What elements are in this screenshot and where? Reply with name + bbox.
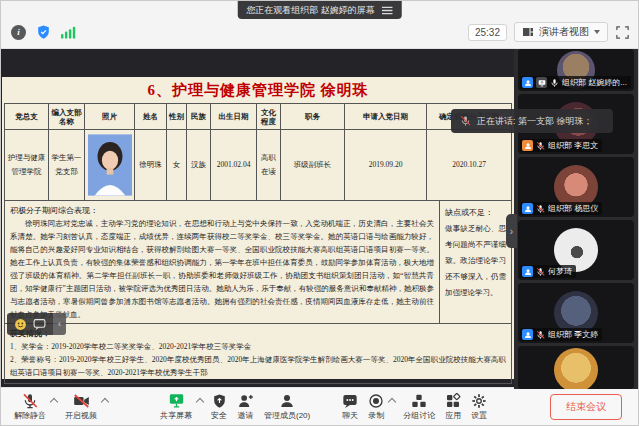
- meeting-info-icon[interactable]: i: [11, 25, 26, 40]
- fullscreen-icon[interactable]: [615, 25, 630, 40]
- shared-screen-area: 6、护理与健康管理学院 徐明珠 党总支 编入支部名称 照片 姓名 性别 民族 出…: [1, 49, 514, 389]
- invite-label: 邀请: [238, 410, 254, 421]
- table-cell: 2019.09.20: [345, 130, 427, 200]
- video-options-chevron[interactable]: [101, 397, 109, 405]
- camera-off-icon: [73, 393, 90, 409]
- participant-name: 组织部 赵婉婷的...: [562, 77, 627, 88]
- awards-label: 获奖情况：: [10, 327, 506, 340]
- candidate-info-table: 党总支 编入支部名称 照片 姓名 性别 民族 出生日期 文化程度 职务 申请入党…: [4, 103, 512, 200]
- participant-tile[interactable]: 何梦琦: [518, 220, 634, 280]
- table-cell: 2020.10.27: [427, 130, 511, 200]
- watching-banner[interactable]: 您正在观看组织部 赵婉婷的屏幕: [237, 1, 402, 19]
- security-button[interactable]: 安全: [206, 393, 232, 421]
- member-badge-icon: [522, 140, 533, 151]
- view-mode-button[interactable]: 演讲者视图: [514, 22, 608, 42]
- mic-muted-icon: [536, 141, 545, 151]
- award-line: 1、奖学金：2019-2020学年校二等奖奖学金、2020-2021学年校三等奖…: [10, 340, 506, 353]
- evaluation-label: 积极分子期间综合表现：: [10, 204, 434, 217]
- participant-tile[interactable]: 组织部 杨思仪: [518, 157, 634, 217]
- table-header: 姓名: [135, 104, 167, 130]
- weakness-label: 缺点或不足：: [445, 205, 506, 221]
- participant-tile[interactable]: [518, 346, 634, 389]
- apps-icon: [445, 393, 461, 409]
- table-header: 出生日期: [211, 104, 257, 130]
- annotation-toolbar: ‹: [7, 313, 66, 335]
- emoji-reaction-icon[interactable]: [14, 318, 27, 331]
- table-header: 职务: [281, 104, 345, 130]
- end-meeting-button[interactable]: 结束会议: [550, 394, 622, 420]
- top-bar: 您正在观看组织部 赵婉婷的屏幕 i 25:32 演讲者视图: [1, 1, 638, 49]
- meeting-window: 您正在观看组织部 赵婉婷的屏幕 i 25:32 演讲者视图 6、护理与健康管理学…: [0, 0, 639, 426]
- participants-sidebar: 组织部 赵婉婷的... 组织部 李思文 组织部 杨思仪: [514, 49, 638, 389]
- document-title: 6、护理与健康管理学院 徐明珠: [2, 77, 514, 103]
- record-label: 录制: [368, 410, 384, 421]
- table-header: 编入支部名称: [49, 104, 85, 130]
- member-badge-icon: [522, 203, 533, 214]
- participant-tile[interactable]: 组织部 赵婉婷的...: [518, 49, 634, 91]
- breakout-label: 分组讨论: [403, 410, 435, 421]
- table-cell: 班级副班长: [281, 130, 345, 200]
- award-line: 2、荣誉称号：2019-2020学年校三好学生、2020年度校优秀团员、2020…: [10, 353, 506, 379]
- record-icon: [368, 393, 384, 409]
- share-options-chevron[interactable]: [196, 397, 204, 405]
- manage-members-label: 管理成员(20): [264, 410, 310, 421]
- unmute-button[interactable]: 解除静音: [9, 393, 51, 421]
- screen-share-icon: [168, 393, 185, 409]
- security-shield-icon[interactable]: [36, 24, 51, 40]
- invite-person-icon: [237, 393, 254, 409]
- settings-label: 设置: [471, 410, 487, 421]
- speaking-toast: 正在讲话: 第一支部 徐明珠；: [451, 109, 613, 133]
- speaking-toast-text: 正在讲话: 第一支部 徐明珠；: [477, 115, 593, 128]
- share-screen-button[interactable]: 共享屏幕: [155, 393, 197, 421]
- member-badge-icon: [522, 329, 533, 340]
- table-cell: 女: [167, 130, 187, 200]
- awards-section: 获奖情况： 1、奖学金：2019-2020学年校二等奖奖学金、2020-2021…: [4, 324, 512, 384]
- manage-members-button[interactable]: 管理成员(20): [259, 393, 315, 421]
- view-mode-label: 演讲者视图: [539, 25, 589, 39]
- table-header: 申请入党日期: [345, 104, 427, 130]
- settings-button[interactable]: 设置: [466, 393, 492, 421]
- participant-name: 组织部 杨思仪: [548, 203, 598, 214]
- table-header: 性别: [167, 104, 187, 130]
- sidebar-collapse-handle[interactable]: ›: [506, 214, 517, 248]
- table-cell: 高职在读: [257, 130, 281, 200]
- shield-icon: [212, 393, 227, 409]
- participant-name: 组织部 季文婷: [548, 329, 598, 340]
- annotation-collapse-icon[interactable]: ‹: [53, 313, 66, 335]
- member-badge-icon: [522, 266, 533, 277]
- chat-icon: [342, 393, 358, 409]
- chat-bubble-icon[interactable]: [33, 318, 46, 331]
- share-screen-label: 共享屏幕: [160, 410, 192, 421]
- record-button[interactable]: 录制: [363, 393, 389, 421]
- table-header: 民族: [187, 104, 211, 130]
- chat-button[interactable]: 聊天: [337, 393, 363, 421]
- watching-banner-text: 您正在观看组织部 赵婉婷的屏幕: [246, 4, 375, 17]
- meeting-timer: 25:32: [468, 24, 507, 41]
- hamburger-menu-icon[interactable]: [382, 6, 393, 15]
- record-options-chevron[interactable]: [388, 397, 396, 405]
- members-icon: [279, 393, 295, 409]
- apps-button[interactable]: 应用: [440, 393, 466, 421]
- chevron-right-icon: ›: [510, 226, 513, 237]
- mic-muted-icon: [22, 393, 38, 409]
- mic-options-chevron[interactable]: [50, 397, 58, 405]
- security-label: 安全: [211, 410, 227, 421]
- table-cell: 2001.02.04: [211, 130, 257, 200]
- breakout-rooms-button[interactable]: 分组讨论: [398, 393, 440, 421]
- network-signal-icon[interactable]: [61, 25, 76, 39]
- layout-icon: [522, 26, 534, 38]
- invite-button[interactable]: 邀请: [232, 393, 259, 421]
- table-cell: 徐明珠: [135, 130, 167, 200]
- mic-on-icon: [550, 78, 559, 88]
- unmute-label: 解除静音: [14, 410, 46, 421]
- gear-icon: [471, 393, 487, 409]
- avatar: [554, 348, 598, 389]
- start-video-button[interactable]: 开启视频: [60, 393, 102, 421]
- table-cell: 汉族: [187, 130, 211, 200]
- table-header: 党总支: [5, 104, 49, 130]
- participant-tile[interactable]: 组织部 季文婷: [518, 283, 634, 343]
- apps-label: 应用: [445, 410, 461, 421]
- evaluation-section: 积极分子期间综合表现： 徐明珠同志对党忠诚，主动学习党的理论知识，在思想和行动上…: [4, 200, 512, 324]
- member-badge-icon: [522, 77, 533, 88]
- chevron-down-icon: [594, 30, 600, 34]
